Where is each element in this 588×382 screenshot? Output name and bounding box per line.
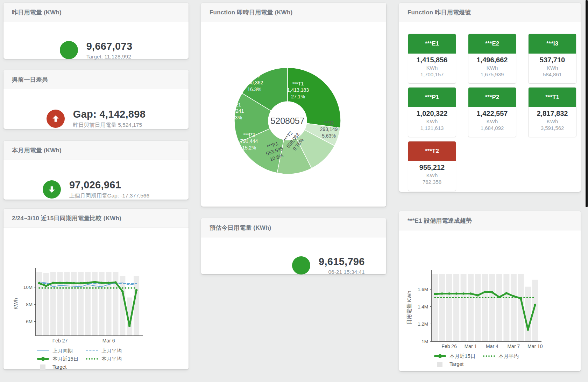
gap-value: Gap: 4,142,898 xyxy=(73,109,146,120)
tile-value: 1,496,662 xyxy=(470,56,515,64)
tile-value: 955,212 xyxy=(410,164,454,172)
status-circle-icon xyxy=(60,41,78,59)
tile-e1: ***E1 1,415,856 KWh 1,700,157 xyxy=(408,34,456,84)
legend-row: 上月同期 上月平均 xyxy=(37,347,132,355)
legend-item-this-month[interactable]: 本月近15日 xyxy=(449,353,480,360)
svg-text:1.6M: 1.6M xyxy=(418,287,428,292)
slice-pct: 5.63% xyxy=(320,133,338,139)
legend-row: Target xyxy=(37,363,132,371)
blue-line-swatch-icon xyxy=(37,350,49,351)
slice-value: 798,241 xyxy=(226,108,244,114)
tile-target: 1,121,613 xyxy=(410,125,454,131)
compare-legend: 上月同期 上月平均 本月近15日 本月平均 Target xyxy=(37,347,132,371)
status-circle-icon xyxy=(292,256,310,275)
panel-title: 本月用電量 (KWh) xyxy=(12,146,62,154)
arrow-up-circle-icon xyxy=(47,110,65,128)
panel-header: ***E1 設備用電達成趨勢 xyxy=(399,211,581,230)
donut-label-i3: ***I3 293,149 5.63% xyxy=(320,120,338,139)
svg-text:1.2M: 1.2M xyxy=(418,321,428,327)
slice-name: ***P2 xyxy=(240,132,258,138)
svg-text:Mar 1: Mar 1 xyxy=(465,343,477,349)
donut-label-e2: ***E2 850,362 16.3% xyxy=(246,73,263,92)
svg-text:Mar 7: Mar 7 xyxy=(507,343,520,349)
legend-item-last-month-avg[interactable]: 上月平均 xyxy=(101,348,132,354)
donut-center-total: 5208057 xyxy=(270,116,304,126)
panel-realtime-donut: Function 即時日用電量 (KWh) 5208057 ***T1 1,41… xyxy=(201,3,386,207)
tile-unit: KWh xyxy=(470,65,515,71)
stat-text: 97,026,961 上個月同期用電Gap: -17,377,566 xyxy=(69,179,149,200)
donut-label-p2: ***P2 791,444 15.2% xyxy=(240,132,258,151)
tile-unit: KWh xyxy=(410,172,454,178)
tile-target: 3,591,562 xyxy=(530,125,575,131)
yesterday-usage-target: Target: 11,128,992 xyxy=(86,54,133,60)
stat-text: Gap: 4,142,898 昨日與前日用電量 5,524,175 xyxy=(73,109,146,129)
svg-text:Mar 6: Mar 6 xyxy=(102,338,115,343)
panel-title: 昨日用電量 (KWh) xyxy=(12,8,62,16)
stat-text: 9,667,073 Target: 11,128,992 xyxy=(86,41,133,60)
tile-header: ***T1 xyxy=(529,88,576,107)
slice-value: 1,413,183 xyxy=(287,87,309,93)
compare-chart-body: 6M8M10MFeb 27Mar 6KWh 上月同期 上月平均 本月近15日 本… xyxy=(3,228,189,369)
slice-pct: 15.2% xyxy=(240,145,258,151)
legend-row: 本月近15日 本月平均 xyxy=(37,355,132,363)
trend-line-chart: 1M1.2M1.4M1.6MFeb 26Mar 1Mar 4Mar 7Mar 1… xyxy=(399,230,581,351)
tile-value: 2,817,832 xyxy=(530,110,575,118)
legend-item-this-month[interactable]: 本月近15日 xyxy=(52,356,83,362)
tile-target: 1,684,092 xyxy=(470,125,515,131)
arrow-up-icon xyxy=(51,114,60,123)
tile-t2: ***T2 955,212 KWh 762,358 xyxy=(408,141,456,191)
slice-value: 850,362 xyxy=(246,80,263,86)
donut-label-t1: ***T1 1,413,183 27.1% xyxy=(287,81,309,100)
green-line-swatch-icon xyxy=(434,355,446,357)
panel-header: 與前一日差異 xyxy=(3,70,189,89)
month-usage-gap: 上個月同期用電Gap: -17,377,566 xyxy=(69,192,149,200)
yesterday-usage-value: 9,667,073 xyxy=(86,41,133,52)
stat-body: Gap: 4,142,898 昨日與前日用電量 5,524,175 xyxy=(3,89,189,148)
slice-name: ***E2 xyxy=(246,73,263,79)
tile-value: 1,415,856 xyxy=(410,56,454,64)
tile-unit: KWh xyxy=(470,118,515,124)
legend-item-target[interactable]: Target xyxy=(52,364,83,370)
arrow-down-icon xyxy=(47,185,56,194)
tile-t1: ***T1 2,817,832 KWh 3,591,562 xyxy=(528,87,576,137)
panel-title: 預估今日用電量 (KWh) xyxy=(210,224,271,232)
panel-month-usage: 本月用電量 (KWh) 97,026,961 上個月同期用電Gap: -17,3… xyxy=(3,141,189,200)
panel-header: 預估今日用電量 (KWh) xyxy=(201,218,386,237)
tile-header: ***P1 xyxy=(408,88,456,107)
green-line-swatch-icon xyxy=(37,358,49,360)
legend-item-target[interactable]: Target xyxy=(449,361,480,367)
svg-text:日用電量 KWh: 日用電量 KWh xyxy=(406,291,412,325)
legend-row: Target xyxy=(434,360,529,368)
svg-text:1.4M: 1.4M xyxy=(418,304,428,310)
green-dot-swatch-icon xyxy=(483,355,495,357)
tile-header: ***I3 xyxy=(529,34,576,54)
legend-row: 本月近15日 本月平均 xyxy=(434,352,529,360)
svg-text:10M: 10M xyxy=(23,285,33,290)
panel-e1-trend-chart: ***E1 設備用電達成趨勢 1M1.2M1.4M1.6MFeb 26Mar 1… xyxy=(399,211,581,371)
tile-header: ***T2 xyxy=(408,141,456,161)
target-box-swatch-icon xyxy=(40,364,45,370)
svg-text:KWh: KWh xyxy=(13,298,19,310)
panel-yesterday-usage: 昨日用電量 (KWh) 9,667,073 Target: 11,128,992 xyxy=(3,3,189,59)
month-usage-value: 97,026,961 xyxy=(69,179,149,191)
gap-subtitle: 昨日與前日用電量 5,524,175 xyxy=(73,121,146,129)
panel-title: Function 即時日用電量 (KWh) xyxy=(210,8,292,16)
tile-e2: ***E2 1,496,662 KWh 1,675,939 xyxy=(468,34,516,84)
tile-header: ***E2 xyxy=(468,34,516,54)
target-box-swatch-icon xyxy=(437,362,442,367)
legend-item-this-month-avg[interactable]: 本月平均 xyxy=(498,353,529,360)
slice-name: ***E1 xyxy=(226,102,244,108)
scrollbar-thumb[interactable] xyxy=(586,0,588,207)
slice-value: 791,444 xyxy=(240,138,258,145)
tile-target: 584,861 xyxy=(530,71,575,77)
legend-item-this-month-avg[interactable]: 本月平均 xyxy=(101,356,132,362)
svg-text:Feb 27: Feb 27 xyxy=(52,338,68,343)
svg-text:Mar 10: Mar 10 xyxy=(527,343,543,349)
panel-compare-chart: 2/24~3/10 近15日同期用電量比較 (KWh) 6M8M10MFeb 2… xyxy=(3,209,189,369)
donut-body: 5208057 ***T1 1,413,183 27.1% ***I3 293,… xyxy=(201,22,386,207)
slice-name: ***I3 xyxy=(320,120,338,126)
tile-p2: ***P2 1,422,557 KWh 1,684,092 xyxy=(468,87,516,137)
legend-item-last-month[interactable]: 上月同期 xyxy=(52,348,83,354)
tile-unit: KWh xyxy=(410,118,454,124)
tile-target: 1,675,939 xyxy=(470,71,515,77)
